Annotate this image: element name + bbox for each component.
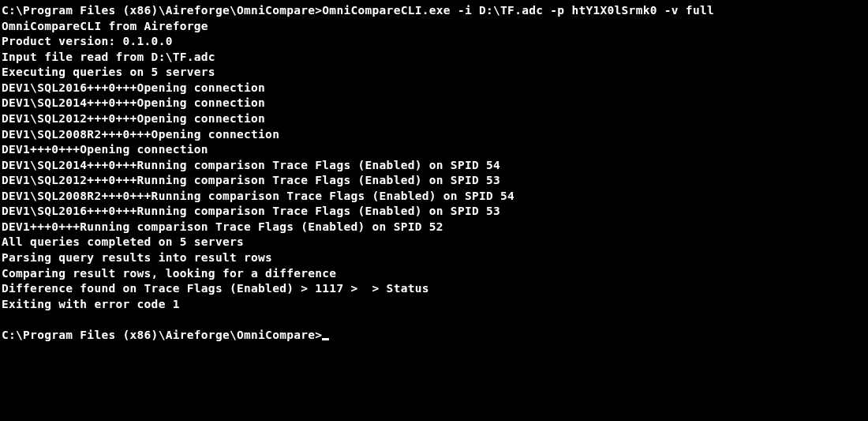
output-line: Exiting with error code 1 xyxy=(2,297,866,313)
output-line: DEV1\SQL2014+++0+++Running comparison Tr… xyxy=(2,158,866,174)
output-line: DEV1\SQL2012+++0+++Opening connection xyxy=(2,111,866,127)
output-line: Product version: 0.1.0.0 xyxy=(2,34,866,50)
output-line: DEV1\SQL2012+++0+++Running comparison Tr… xyxy=(2,173,866,189)
prompt-text: C:\Program Files (x86)\Aireforge\OmniCom… xyxy=(2,328,322,344)
output-line: All queries completed on 5 servers xyxy=(2,235,866,250)
command-text: OmniCompareCLI.exe -i D:\TF.adc -p htY1X… xyxy=(322,4,714,17)
output-line: Input file read from D:\TF.adc xyxy=(2,50,866,66)
blank-line xyxy=(2,312,866,328)
terminal-window[interactable]: C:\Program Files (x86)\Aireforge\OmniCom… xyxy=(2,3,866,343)
output-line: DEV1\SQL2008R2+++0+++Running comparison … xyxy=(2,189,866,205)
output-line: Comparing result rows, looking for a dif… xyxy=(2,266,866,282)
output-line: Executing queries on 5 servers xyxy=(2,65,866,81)
output-line: DEV1+++0+++Running comparison Trace Flag… xyxy=(2,220,866,235)
prompt-text: C:\Program Files (x86)\Aireforge\OmniCom… xyxy=(2,4,322,17)
output-line: DEV1\SQL2014+++0+++Opening connection xyxy=(2,96,866,111)
active-prompt-line[interactable]: C:\Program Files (x86)\Aireforge\OmniCom… xyxy=(2,328,866,344)
output-line: DEV1+++0+++Opening connection xyxy=(2,142,866,158)
cursor xyxy=(322,338,329,340)
output-line: Parsing query results into result rows xyxy=(2,250,866,266)
output-line: DEV1\SQL2008R2+++0+++Opening connection xyxy=(2,127,866,143)
output-line: Difference found on Trace Flags (Enabled… xyxy=(2,281,866,297)
command-line: C:\Program Files (x86)\Aireforge\OmniCom… xyxy=(2,3,866,19)
output-line: DEV1\SQL2016+++0+++Running comparison Tr… xyxy=(2,204,866,220)
output-line: DEV1\SQL2016+++0+++Opening connection xyxy=(2,81,866,96)
output-line: OmniCompareCLI from Aireforge xyxy=(2,19,866,35)
